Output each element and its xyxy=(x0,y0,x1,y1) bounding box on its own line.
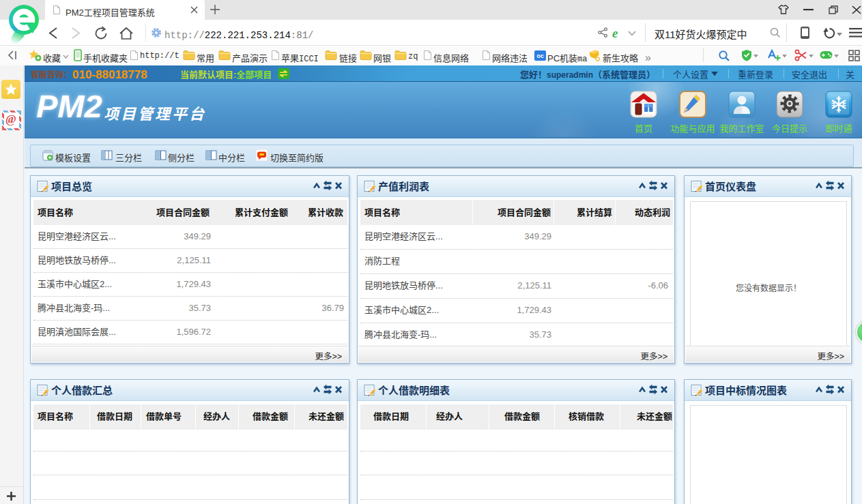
svg-text:oc: oc xyxy=(536,53,544,59)
